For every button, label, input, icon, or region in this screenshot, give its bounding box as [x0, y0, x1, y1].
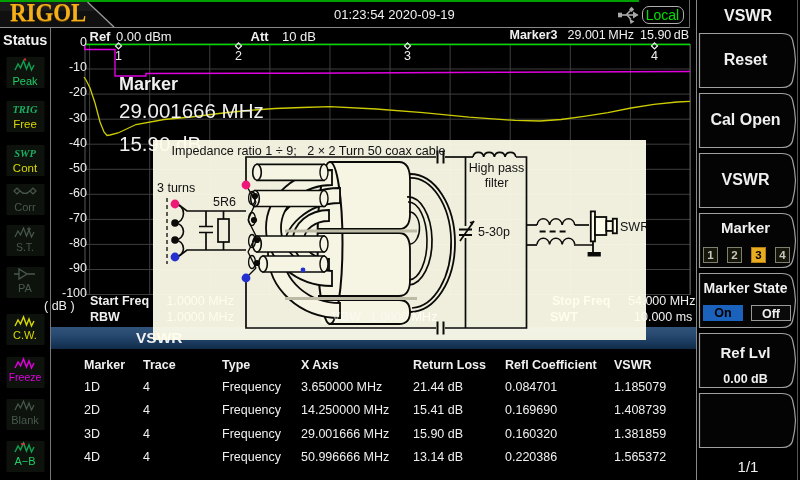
svg-text:1: 1	[115, 49, 122, 63]
svg-text:Impedance ratio 1 ÷ 9; 2 × 2: Impedance ratio 1 ÷ 9; 2 × 2 Turn 50 coa…	[172, 144, 446, 158]
svg-text:3: 3	[404, 49, 411, 63]
svg-text:5-30p: 5-30p	[478, 225, 510, 239]
svg-text:SWR: SWR	[620, 220, 646, 234]
svg-text:2: 2	[235, 49, 242, 63]
svg-text:5R6: 5R6	[213, 195, 236, 209]
svg-text:4: 4	[651, 49, 658, 63]
svg-text:High pass: High pass	[469, 161, 525, 175]
svg-text:filter: filter	[485, 176, 509, 190]
svg-text:3 turns: 3 turns	[157, 181, 195, 195]
